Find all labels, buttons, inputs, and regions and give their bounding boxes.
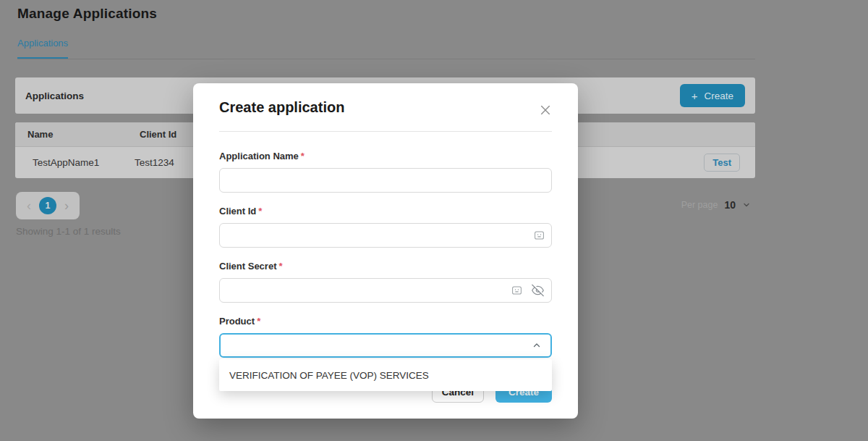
chevron-right-icon[interactable]: › (63, 199, 70, 212)
page-title: Manage Applications (17, 6, 157, 22)
client-secret-input[interactable] (219, 278, 552, 303)
column-header-name: Name (15, 129, 140, 140)
per-page-value: 10 (724, 199, 736, 211)
test-button[interactable]: Test (704, 154, 740, 172)
close-icon[interactable] (539, 104, 552, 119)
panel-title: Applications (25, 91, 84, 101)
tabs-divider (17, 59, 755, 59)
per-page-label: Per page (681, 200, 718, 210)
create-button-label: Create (704, 91, 733, 101)
plus-icon: + (692, 91, 698, 101)
client-id-label: Client Id* (219, 206, 552, 217)
dropdown-option[interactable]: VERIFICATION OF PAYEE (VOP) SERVICES (219, 359, 552, 391)
product-field-group: Product* VERIFICATION OF PAYEE (VOP) SER… (219, 316, 552, 358)
modal-title: Create application (219, 99, 344, 116)
application-name-label: Application Name* (219, 151, 552, 161)
application-name-input[interactable] (219, 168, 552, 193)
autofill-icon (534, 230, 545, 241)
required-asterisk: * (258, 206, 262, 217)
results-summary: Showing 1-1 of 1 results (16, 226, 121, 237)
client-secret-label: Client Secret* (219, 261, 552, 272)
product-dropdown: VERIFICATION OF PAYEE (VOP) SERVICES (219, 359, 552, 391)
modal-divider (219, 131, 552, 132)
page-number-button[interactable]: 1 (39, 197, 56, 214)
create-application-modal: Create application Application Name* Cli… (193, 83, 578, 419)
chevron-up-icon (532, 340, 542, 350)
eye-off-icon[interactable] (531, 285, 545, 297)
required-asterisk: * (301, 151, 305, 161)
tab-applications[interactable]: Applications (17, 38, 68, 49)
per-page-selector[interactable]: Per page 10 (681, 199, 751, 211)
chevron-left-icon[interactable]: ‹ (25, 199, 33, 212)
product-label: Product* (219, 316, 552, 327)
pagination: ‹ 1 › (16, 192, 80, 219)
client-secret-field-group: Client Secret* (219, 261, 552, 303)
required-asterisk: * (257, 316, 260, 327)
client-id-input[interactable] (219, 223, 552, 248)
application-name-field-group: Application Name* (219, 151, 552, 193)
autofill-icon (511, 285, 522, 296)
chevron-down-icon (742, 201, 751, 209)
cell-name: TestAppName1 (15, 157, 135, 168)
product-select[interactable] (219, 333, 552, 358)
required-asterisk: * (278, 261, 282, 272)
client-id-field-group: Client Id* (219, 206, 552, 248)
create-button[interactable]: + Create (680, 84, 745, 107)
